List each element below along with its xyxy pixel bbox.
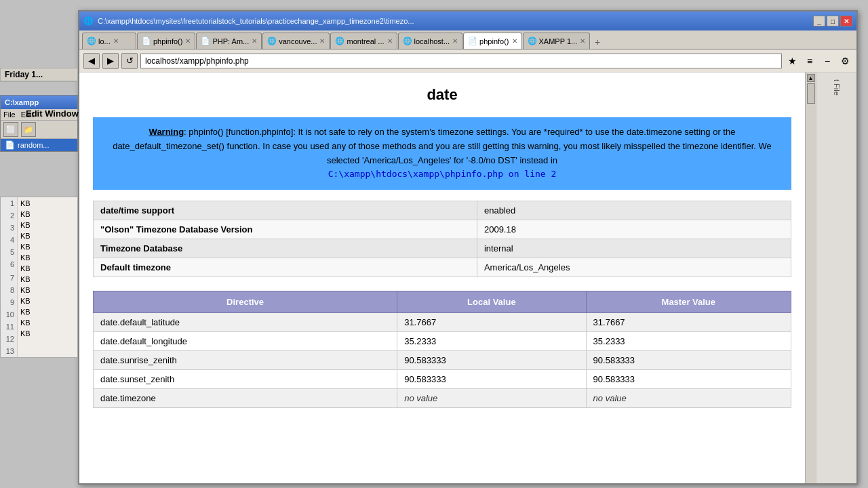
directive-master-2: 90.583333 [586,351,791,370]
ln-body: 1 2 3 4 5 6 7 8 9 10 11 12 13 KB KB KB K… [1,197,77,357]
ln-10: 9 [1,296,17,308]
directive-name-0: date.default_latitude [94,313,397,332]
settings-button[interactable]: ⚙ [837,54,852,68]
tab-5[interactable]: 🌐 localhost... ✕ [398,33,463,49]
edit-window-label: Edit Window [26,108,79,119]
tab-close-2[interactable]: ✕ [252,37,257,45]
fm-menu-file[interactable]: File [3,110,16,119]
directive-local-2: 90.583333 [397,351,586,370]
directive-row-3: date.sunset_zenith 90.583333 90.583333 [94,370,791,389]
ln-4: 4 [1,234,17,246]
new-tab-button[interactable]: + [591,35,604,49]
tab-3[interactable]: 🌐 vancouve... ✕ [262,33,330,49]
ln-11: 10 [1,308,17,321]
reader-button[interactable]: ≡ [802,54,817,68]
maximize-button[interactable]: □ [827,16,839,26]
tab-close-4[interactable]: ✕ [387,37,393,45]
tab-1[interactable]: 📄 phpinfo() ✕ [137,33,195,49]
fm-file-list: 📄 random... [1,139,77,151]
directive-name-3: date.sunset_zenith [94,370,397,389]
tab-close-1[interactable]: ✕ [185,37,191,45]
directive-local-4: no value [397,389,586,408]
directives-table: Directive Local Value Master Value date.… [93,291,791,408]
info-val-0: enabled [477,201,791,220]
warning-box: Warning: phpinfo() [function.phpinfo]: I… [93,117,791,190]
ln-3: 3 [1,222,17,234]
fm-item-random[interactable]: 📄 random... [1,139,77,151]
fm-item-icon: 📄 [5,140,15,150]
warning-bold: Warning [149,127,184,137]
info-val-2: internal [477,239,791,258]
scroll-thumb[interactable] [807,83,815,104]
tab-icon-1: 📄 [142,37,151,45]
zoom-out-button[interactable]: − [820,54,835,68]
right-panel-label: t File [833,79,841,96]
tab-2[interactable]: 📄 PHP: Am... ✕ [196,33,262,49]
tab-close-0[interactable]: ✕ [113,37,119,45]
ln-14: 13 [1,345,17,357]
scroll-up-button[interactable]: ▲ [807,74,815,82]
tab-7[interactable]: 🌐 XAMPP 1... ✕ [523,33,591,49]
line-numbers-panel: 1 2 3 4 5 6 7 8 9 10 11 12 13 KB KB KB K… [0,197,78,358]
directive-row-1: date.default_longitude 35.2333 35.2333 [94,332,791,351]
address-bar[interactable] [140,54,782,68]
fm-title-bar: C:\xampp [1,96,77,109]
title-bar-controls: _ □ ✕ [813,16,852,26]
tab-close-5[interactable]: ✕ [452,37,458,45]
tab-icon-3: 🌐 [267,37,277,45]
tab-bar: 🌐 lo... ✕ 📄 phpinfo() ✕ 📄 PHP: Am... ✕ 🌐… [79,30,856,49]
fm-toolbar: ⬜ 📁 [1,121,77,139]
directive-master-1: 35.2333 [586,332,791,351]
tab-label-2: PHP: Am... [212,37,249,45]
info-val-1: 2009.18 [477,220,791,239]
directive-col2: Local Value [397,291,586,313]
directive-name-2: date.sunrise_zenith [94,351,397,370]
tab-icon-0: 🌐 [87,37,96,45]
ln-9: 8 [1,284,17,296]
ln-12: 11 [1,321,17,333]
fm-btn-1[interactable]: ⬜ [3,122,18,137]
ln-row-2: KB [20,209,75,220]
browser-title-bar: 🌐 C:\xampp\htdocs\mysites\freetutorialst… [79,12,856,30]
calendar-widget: Friday 1... [0,68,78,82]
info-row-1: "Olson" Timezone Database Version 2009.1… [94,220,791,239]
tab-icon-2: 📄 [201,37,210,45]
close-button[interactable]: ✕ [840,16,852,26]
info-key-1: "Olson" Timezone Database Version [94,220,477,239]
tab-close-3[interactable]: ✕ [319,37,325,45]
scrollbar[interactable]: ▲ [805,73,816,483]
directive-master-4: no value [586,389,791,408]
tab-label-5: localhost... [414,37,450,45]
directive-row-2: date.sunrise_zenith 90.583333 90.583333 [94,351,791,370]
browser-favicon: 🌐 [83,16,94,26]
tab-0[interactable]: 🌐 lo... ✕ [82,33,136,49]
directive-master-0: 31.7667 [586,313,791,332]
fm-title-text: C:\xampp [5,98,39,106]
tab-label-7: XAMPP 1... [539,37,578,45]
ln-2: 2 [1,209,17,222]
fm-btn-2[interactable]: 📁 [21,122,36,137]
info-table: date/time support enabled "Olson" Timezo… [93,201,791,277]
info-key-0: date/time support [94,201,477,220]
minimize-button[interactable]: _ [813,16,825,26]
tab-icon-6: 📄 [468,37,477,45]
reload-button[interactable]: ↺ [121,53,138,69]
tab-4[interactable]: 🌐 montreal ... ✕ [330,33,397,49]
tab-label-4: montreal ... [347,37,384,45]
warning-text-1: : phpinfo() [function.phpinfo]: It is no… [113,127,772,165]
ln-row-8: KB [20,263,75,274]
directive-col1: Directive [94,291,397,313]
warning-code: C:\xampp\htdocs\xampp\phpinfo.php on lin… [328,169,557,179]
tab-6[interactable]: 📄 phpinfo() ✕ [463,33,521,49]
forward-button[interactable]: ▶ [102,53,119,69]
directive-col3: Master Value [586,291,791,313]
directive-master-val-4: no value [593,393,627,403]
tab-close-6[interactable]: ✕ [512,37,517,45]
tab-close-7[interactable]: ✕ [580,37,585,45]
back-button[interactable]: ◀ [83,53,100,69]
bookmark-button[interactable]: ★ [785,54,800,68]
ln-row-5: KB [20,241,75,252]
ln-row-13: KB [20,317,75,328]
directive-row-4: date.timezone no value no value [94,389,791,408]
directive-name-1: date.default_longitude [94,332,397,351]
